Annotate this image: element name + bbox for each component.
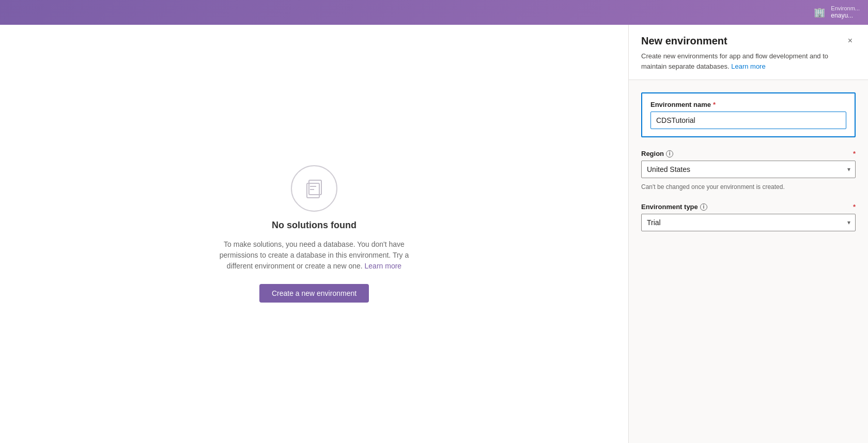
create-new-environment-button[interactable]: Create a new environment bbox=[259, 284, 369, 303]
side-panel: New environment Create new environments … bbox=[628, 25, 868, 443]
environment-icon: 🏢 bbox=[812, 5, 827, 20]
region-select-wrapper: United States Europe Asia Pacific Austra… bbox=[641, 161, 856, 178]
env-label: Environm... bbox=[831, 5, 860, 12]
empty-state-desc: To make solutions, you need a database. … bbox=[206, 239, 423, 272]
region-note: Can't be changed once your environment i… bbox=[641, 183, 856, 191]
topbar-right: 🏢 Environm... enayu... bbox=[812, 5, 860, 20]
close-panel-button[interactable]: × bbox=[845, 35, 856, 46]
region-select[interactable]: United States Europe Asia Pacific Austra… bbox=[641, 161, 856, 178]
env-type-select-wrapper: Trial Production Sandbox ▾ bbox=[641, 214, 856, 231]
region-label: Region i * bbox=[641, 150, 856, 157]
env-name-required: * bbox=[713, 101, 716, 108]
topbar-text: Environm... enayu... bbox=[831, 5, 860, 20]
region-required: * bbox=[853, 150, 856, 157]
env-type-required: * bbox=[853, 203, 856, 211]
env-name-label: Environment name * bbox=[650, 101, 846, 108]
learn-more-link[interactable]: Learn more bbox=[365, 262, 402, 270]
side-panel-header: New environment Create new environments … bbox=[629, 25, 868, 80]
env-user: enayu... bbox=[831, 12, 860, 20]
empty-state-title: No solutions found bbox=[272, 220, 357, 231]
region-info-icon[interactable]: i bbox=[666, 150, 673, 157]
env-name-section: Environment name * bbox=[641, 92, 856, 137]
no-solutions-icon bbox=[291, 165, 337, 212]
topbar: 🏢 Environm... enayu... bbox=[0, 0, 868, 25]
side-panel-title-area: New environment Create new environments … bbox=[641, 35, 841, 71]
env-name-input[interactable] bbox=[650, 112, 846, 129]
empty-state: No solutions found To make solutions, yo… bbox=[206, 165, 423, 303]
env-type-select[interactable]: Trial Production Sandbox bbox=[641, 214, 856, 231]
side-panel-desc: Create new environments for app and flow… bbox=[641, 51, 841, 71]
side-panel-title: New environment bbox=[641, 35, 841, 47]
env-type-info-icon[interactable]: i bbox=[700, 203, 707, 211]
side-panel-learn-more-link[interactable]: Learn more bbox=[731, 62, 765, 70]
content-area: No solutions found To make solutions, yo… bbox=[0, 25, 628, 443]
env-type-label: Environment type i * bbox=[641, 203, 856, 211]
env-type-section: Environment type i * Trial Production Sa… bbox=[641, 203, 856, 231]
region-section: Region i * United States Europe Asia Pac… bbox=[641, 150, 856, 191]
main-area: No solutions found To make solutions, yo… bbox=[0, 25, 868, 443]
side-panel-body: Environment name * Region i * United Sta… bbox=[629, 80, 868, 244]
